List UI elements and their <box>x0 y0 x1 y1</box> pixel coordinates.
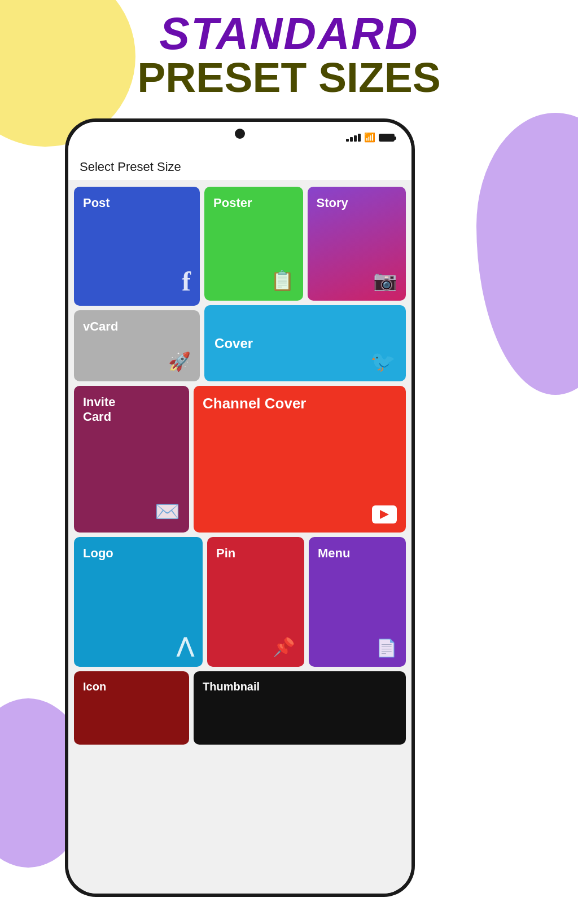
col-left: Post f vCard 🚀 <box>74 187 200 381</box>
cover-label: Cover <box>214 336 253 351</box>
grid-row-1: Post f vCard 🚀 Poster 📋 <box>74 187 406 381</box>
menu-label: Menu <box>318 546 397 561</box>
post-tile[interactable]: Post f <box>74 187 200 306</box>
phone-frame: 📶 Select Preset Size Post f vCard <box>65 118 415 897</box>
channel-cover-label: Channel Cover <box>203 395 397 412</box>
cover-tile[interactable]: Cover 🐦 <box>204 305 406 381</box>
logo-label: Logo <box>83 546 194 561</box>
camera-notch <box>235 129 245 139</box>
phone-screen: 📶 Select Preset Size Post f vCard <box>68 122 411 894</box>
header-line2: PRESET SIZES <box>0 56 578 99</box>
vcard-tile[interactable]: vCard 🚀 <box>74 310 200 381</box>
icon-tile[interactable]: Icon <box>74 671 189 745</box>
grid-row-2: Invite Card ✉️ Channel Cover <box>74 386 406 533</box>
grid-row-4: Icon Thumbnail <box>74 671 406 745</box>
grid-row-3: Logo ⋀ Pin 📌 Menu 📄 <box>74 537 406 667</box>
menu-tile[interactable]: Menu 📄 <box>309 537 406 667</box>
story-label: Story <box>317 196 397 210</box>
icon-label: Icon <box>83 680 180 693</box>
logo-icon: ⋀ <box>177 634 194 658</box>
bg-purple-decoration-top <box>476 113 578 395</box>
youtube-play <box>380 510 389 519</box>
col-right: Poster 📋 Story 📷 Cover 🐦 <box>204 187 406 381</box>
pin-tile[interactable]: Pin 📌 <box>207 537 304 667</box>
vcard-icon: 🚀 <box>168 351 191 372</box>
wifi-icon: 📶 <box>364 132 375 143</box>
app-title: Select Preset Size <box>80 160 181 174</box>
status-icons: 📶 <box>346 132 395 143</box>
thumbnail-tile[interactable]: Thumbnail <box>194 671 406 745</box>
poster-tile[interactable]: Poster 📋 <box>204 187 303 301</box>
thumbnail-label: Thumbnail <box>203 680 397 693</box>
pin-icon: 📌 <box>273 636 295 658</box>
preset-grid: Post f vCard 🚀 Poster 📋 <box>68 181 411 894</box>
app-header: Select Preset Size <box>68 153 411 181</box>
pin-label: Pin <box>216 546 295 561</box>
vcard-label: vCard <box>83 319 191 334</box>
poster-icon: 📋 <box>270 269 294 292</box>
header-line1: STANDARD <box>0 11 578 56</box>
channel-cover-tile[interactable]: Channel Cover <box>194 386 406 533</box>
invite-tile[interactable]: Invite Card ✉️ <box>74 386 189 533</box>
story-icon: 📷 <box>373 269 397 292</box>
post-icon: f <box>182 266 191 297</box>
youtube-icon <box>372 505 397 523</box>
cover-icon: 🐦 <box>370 350 396 373</box>
page-header: STANDARD PRESET SIZES <box>0 11 578 99</box>
post-label: Post <box>83 196 191 210</box>
poster-label: Poster <box>213 196 294 210</box>
invite-label: Invite Card <box>83 395 180 424</box>
logo-tile[interactable]: Logo ⋀ <box>74 537 203 667</box>
battery-icon <box>379 134 395 142</box>
menu-icon: 📄 <box>376 638 397 658</box>
story-tile[interactable]: Story 📷 <box>308 187 406 301</box>
top-row: Poster 📋 Story 📷 <box>204 187 406 301</box>
signal-icon <box>346 134 361 142</box>
status-bar: 📶 <box>68 122 411 153</box>
invite-icon: ✉️ <box>155 500 180 523</box>
